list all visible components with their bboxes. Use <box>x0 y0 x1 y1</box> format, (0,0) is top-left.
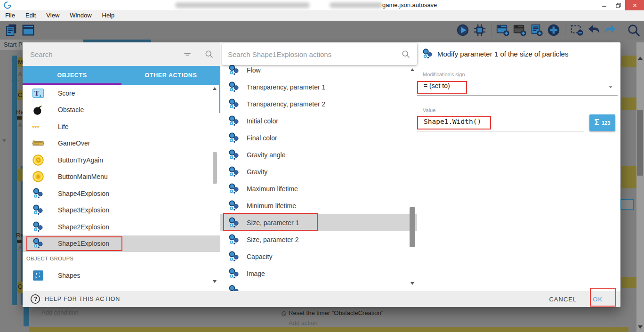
scroll-down-icon[interactable] <box>411 282 414 285</box>
scroll-down-icon[interactable] <box>638 325 643 329</box>
particle-emitter-icon <box>228 64 240 76</box>
close-button[interactable] <box>625 0 644 10</box>
redacted-path-blur <box>330 2 382 8</box>
restore-button[interactable] <box>611 0 625 10</box>
search-icon[interactable] <box>204 49 214 59</box>
tab-objects[interactable]: OBJECTS <box>23 66 121 85</box>
menu-help[interactable]: Help <box>97 10 120 21</box>
list-item-score[interactable]: TxScore <box>23 85 220 102</box>
list-item-size-parameter-2[interactable]: Size, parameter 2 <box>220 231 417 248</box>
particle-emitter-icon <box>32 204 44 216</box>
list-item-shapes[interactable]: Shapes <box>23 267 220 284</box>
actions-scrollbar-thumb[interactable] <box>410 207 415 247</box>
action-editor-dialog: OBJECTS OTHER ACTIONS TxScoreObstacle♥♥♥… <box>23 42 620 307</box>
hearts-icon: ♥♥♥ <box>32 121 44 133</box>
event-tree-line <box>5 53 5 307</box>
list-item-capacity[interactable]: Capacity <box>220 248 417 265</box>
add-event-icon[interactable] <box>495 23 510 38</box>
events-scrollbar-thumb[interactable] <box>637 110 643 176</box>
actions-panel: FlowTransparency, parameter 1Transparenc… <box>220 42 417 291</box>
add-row-icon[interactable] <box>546 23 561 38</box>
preview-icon[interactable] <box>455 23 470 38</box>
list-item-label: Gravity <box>247 168 267 176</box>
list-item-label: ButtonTryAgain <box>58 156 103 164</box>
list-item-maximum-lifetime[interactable]: Maximum lifetime <box>220 180 417 197</box>
particle-emitter-icon <box>228 149 240 161</box>
undo-icon[interactable] <box>586 23 601 38</box>
help-link[interactable]: ? HELP FOR THIS ACTION <box>30 294 120 304</box>
list-item-transparency-parameter-2[interactable]: Transparency, parameter 2 <box>220 96 417 113</box>
scroll-up-icon[interactable] <box>638 57 643 60</box>
list-item-label: Score <box>58 89 75 97</box>
search-icon[interactable] <box>401 49 411 59</box>
sign-field-label: Modification's sign <box>423 72 465 77</box>
bomb-icon <box>32 104 44 116</box>
svg-text:x: x <box>39 93 41 98</box>
actions-search-input[interactable] <box>222 50 401 58</box>
minimize-button[interactable] <box>597 0 611 10</box>
list-item-gravity-angle[interactable]: Gravity angle <box>220 146 417 163</box>
action-text: Reset the timer "ObstacleCreation" <box>289 309 383 316</box>
list-item-buttontryagain[interactable]: ButtonTryAgain <box>23 152 220 169</box>
menu-bar: FileEditViewWindowHelp <box>0 10 644 21</box>
list-item-gameover[interactable]: GameOver <box>23 135 220 152</box>
delete-selection-icon[interactable] <box>569 23 584 38</box>
events-scrollbar[interactable] <box>636 42 644 332</box>
list-item-life[interactable]: ♥♥♥Life <box>23 118 220 135</box>
list-item-initial-color[interactable]: Initial color <box>220 113 417 130</box>
list-item-shape3explosion[interactable]: Shape3Explosion <box>23 202 220 219</box>
list-item-label: Transparency, parameter 1 <box>247 83 325 91</box>
dialog-footer: ? HELP FOR THIS ACTION CANCEL OK <box>23 291 620 307</box>
objects-search-bar <box>23 42 220 66</box>
scene-window-icon[interactable] <box>21 23 36 38</box>
list-item-final-color[interactable]: Final color <box>220 130 417 146</box>
object-group-icon <box>32 269 44 282</box>
toolbar-separator <box>622 24 622 37</box>
list-item-partial[interactable] <box>220 282 417 291</box>
add-subevent-icon[interactable] <box>512 23 527 38</box>
list-item-label: Shape4Explosion <box>58 190 109 197</box>
annotation-box-shape1explosion <box>26 236 122 251</box>
list-item-gravity[interactable]: Gravity <box>220 163 417 180</box>
gdevelop-window: game.json.autosave FileEditViewWindowHel… <box>0 0 644 332</box>
objects-panel: OBJECTS OTHER ACTIONS TxScoreObstacle♥♥♥… <box>23 42 220 291</box>
list-item-obstacle[interactable]: Obstacle <box>23 102 220 119</box>
scroll-down-icon[interactable] <box>213 280 217 283</box>
svg-text:?: ? <box>34 296 37 302</box>
add-condition-link: Add condition <box>41 309 79 316</box>
event-text-fragment: O <box>18 283 23 290</box>
particle-emitter-icon <box>228 200 240 212</box>
redacted-path-blur <box>175 2 310 8</box>
redo-icon[interactable] <box>603 23 618 38</box>
filter-icon[interactable] <box>183 49 192 59</box>
list-item-image[interactable]: Image <box>220 265 417 282</box>
toolbar <box>0 21 644 40</box>
event-header: O <box>17 282 23 293</box>
list-item-label: Initial color <box>247 117 278 125</box>
list-item-shape4explosion[interactable]: Shape4Explosion <box>23 185 220 202</box>
expression-builder-button[interactable]: Σ 123 <box>589 114 615 131</box>
search-events-icon[interactable] <box>626 23 641 38</box>
objects-search-input[interactable] <box>23 50 183 58</box>
scroll-up-icon[interactable] <box>213 87 217 90</box>
menu-view[interactable]: View <box>41 10 64 21</box>
add-comment-icon[interactable] <box>529 23 544 38</box>
objects-scrollbar-thumb[interactable] <box>213 152 217 184</box>
scroll-up-icon[interactable] <box>411 68 414 71</box>
list-item-label: Life <box>58 123 69 130</box>
debug-icon[interactable] <box>472 23 487 38</box>
list-item-buttonmainmenu[interactable]: ButtonMainMenu <box>23 169 220 186</box>
list-item-transparency-parameter-1[interactable]: Transparency, parameter 1 <box>220 79 417 96</box>
particle-emitter-icon <box>228 251 240 263</box>
tab-other-actions[interactable]: OTHER ACTIONS <box>121 66 220 85</box>
menu-window[interactable]: Window <box>64 10 97 21</box>
list-item-minimum-lifetime[interactable]: Minimum lifetime <box>220 197 417 214</box>
menu-edit[interactable]: Edit <box>20 10 41 21</box>
particle-emitter-icon <box>32 187 44 200</box>
chevron-down-icon[interactable] <box>607 84 614 89</box>
cancel-button[interactable]: CANCEL <box>549 296 577 303</box>
svg-text:♥♥♥: ♥♥♥ <box>32 124 39 129</box>
menu-file[interactable]: File <box>0 10 20 21</box>
project-manager-icon[interactable] <box>4 23 19 38</box>
list-item-shape2explosion[interactable]: Shape2Explosion <box>23 219 220 235</box>
